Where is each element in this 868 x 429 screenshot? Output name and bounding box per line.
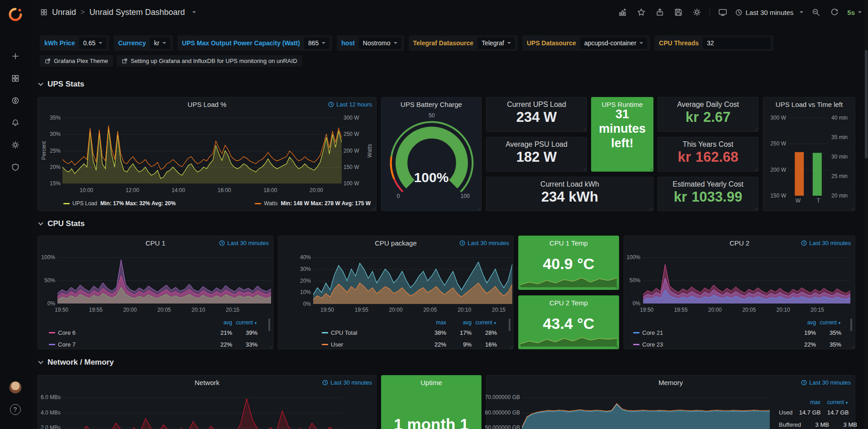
legend-col-header[interactable]: avg	[791, 319, 816, 326]
legend-col-header[interactable]: avg	[207, 319, 232, 326]
section-network-memory[interactable]: Network / Memory	[39, 357, 114, 368]
refresh-interval-picker[interactable]: 5s	[847, 9, 862, 16]
legend-header: avgcurrent	[633, 318, 841, 327]
sidebar-item-help[interactable]: ?	[6, 400, 24, 419]
cpu-package-chart[interactable]	[313, 257, 512, 304]
legend-col-header[interactable]: current	[816, 319, 841, 326]
panel-title[interactable]: UPS Load %	[38, 101, 376, 108]
panel-title[interactable]: Average Daily Cost	[658, 101, 758, 109]
section-ups-stats[interactable]: UPS Stats	[39, 79, 84, 90]
network-chart[interactable]	[62, 391, 342, 429]
sidebar-item-server-admin[interactable]	[6, 158, 24, 176]
legend-scrollbar[interactable]	[268, 318, 270, 331]
section-cpu-stats[interactable]: CPU Stats	[39, 218, 85, 229]
battery-gauge-chart[interactable]: 050100	[382, 108, 482, 206]
save-dashboard-button[interactable]	[672, 6, 684, 18]
legend-col-header[interactable]: max	[421, 319, 446, 326]
legend-item[interactable]: Watts Min: 148 W Max: 278 W Avg: 175 W	[255, 200, 371, 207]
variables-bar: kWh Price 0.65 Currency kr UPS Max Outpu…	[40, 35, 773, 51]
stat-value: kr162.68	[658, 149, 758, 165]
legend-row: Core 7 22%33%	[49, 338, 258, 350]
variable-value: 865	[308, 39, 319, 47]
plot-area	[313, 257, 512, 304]
tick-label: 300 W	[770, 114, 786, 121]
time-range-badge[interactable]: Last 30 minutes	[322, 379, 372, 386]
legend-row: Core 23 22%35%	[633, 338, 841, 350]
legend-col-header[interactable]: avg	[446, 319, 472, 326]
series-name[interactable]: Used	[779, 409, 792, 416]
time-range-badge[interactable]: Last 30 minutes	[801, 240, 851, 246]
cycle-view-button[interactable]	[717, 6, 729, 18]
badge-label: Last 30 minutes	[809, 379, 851, 386]
ups-bars-chart[interactable]	[788, 118, 829, 196]
series-name[interactable]: Core 7	[58, 341, 76, 348]
series-name[interactable]: Core 23	[642, 341, 663, 348]
sidebar-item-dashboards[interactable]	[6, 69, 24, 87]
time-range-badge[interactable]: Last 30 minutes	[459, 240, 509, 246]
clock-icon	[735, 9, 742, 16]
chevron-down-icon	[800, 11, 803, 13]
legend-item[interactable]: UPS Load Min: 17% Max: 32% Avg: 20%	[63, 200, 176, 207]
panel-title[interactable]: CPU 1 Temp	[519, 239, 619, 247]
cpu1-chart[interactable]	[57, 257, 271, 304]
panel-title[interactable]: CPU 2 Temp	[519, 299, 619, 307]
memory-chart[interactable]	[522, 391, 770, 429]
series-name[interactable]: CPU Total	[331, 329, 357, 336]
dashboard-link[interactable]: Grafana Plex Theme	[40, 55, 113, 67]
variable-value-dropdown[interactable]: Nostromo	[359, 37, 401, 49]
time-range-badge[interactable]: Last 12 hours	[328, 101, 372, 108]
series-name[interactable]: User	[331, 341, 343, 348]
variable-value-dropdown[interactable]: 0.65	[79, 37, 106, 49]
dashboard-link[interactable]: Setting up Grafana and InfluxDB for UPS …	[117, 55, 302, 67]
panel-current-load-kwh: Current Load kWh 234 kWh	[486, 177, 653, 211]
panel-title[interactable]: Average PSU Load	[486, 140, 587, 149]
panel-title[interactable]: Memory	[486, 379, 855, 386]
user-avatar[interactable]	[6, 378, 24, 396]
legend-col-header[interactable]: current	[232, 319, 258, 326]
ups-load-chart[interactable]	[62, 118, 342, 183]
variable-value-dropdown[interactable]: Telegraf	[477, 37, 515, 49]
share-dashboard-button[interactable]	[654, 6, 666, 18]
sidebar-item-alerting[interactable]	[6, 114, 24, 132]
legend-col-header[interactable]: current	[820, 399, 849, 405]
y-axis-left: 40%30%20%10%0%	[292, 254, 311, 308]
tick-label: 20:15	[217, 307, 248, 314]
panel-title[interactable]: Uptime	[382, 379, 481, 386]
sidebar-item-configuration[interactable]	[6, 136, 24, 154]
zoom-out-button[interactable]	[810, 6, 822, 18]
panel-title[interactable]: This Years Cost	[658, 140, 758, 149]
tick-label: 20:15	[483, 307, 515, 314]
star-dashboard-button[interactable]	[635, 6, 647, 18]
variable-value-dropdown[interactable]: 865	[304, 37, 329, 49]
refresh-button[interactable]	[829, 6, 840, 18]
time-range-picker[interactable]: Last 30 minutes	[735, 9, 803, 16]
series-name[interactable]: Core 21	[642, 329, 663, 336]
variable-value-dropdown[interactable]: apcupsd-container	[580, 37, 647, 49]
legend-col-header[interactable]: max	[792, 399, 820, 405]
legend-row: Used 14.7 GB14.7 GB	[776, 406, 849, 419]
panel-title[interactable]: Estimated Yearly Cost	[658, 180, 758, 188]
panel-title[interactable]: Current Load kWh	[486, 180, 653, 188]
panel-title[interactable]: Current UPS Load	[486, 101, 587, 109]
variable-value-dropdown[interactable]: 32	[703, 37, 771, 49]
time-range-badge[interactable]: Last 30 minutes	[219, 240, 269, 246]
add-panel-button[interactable]	[617, 6, 629, 18]
legend-scrollbar[interactable]	[509, 318, 510, 331]
dashboard-title[interactable]: Unraid System Dashboard	[89, 8, 185, 17]
series-name[interactable]: Core 6	[58, 329, 76, 336]
panel-title[interactable]: UPS Load vs Time left	[763, 101, 855, 108]
grafana-logo[interactable]	[6, 5, 24, 24]
breadcrumb-org[interactable]: Unraid	[52, 8, 76, 17]
panel-title[interactable]: UPS Battery Charge	[382, 101, 481, 108]
sidebar-item-explore[interactable]	[6, 92, 24, 110]
cpu2-chart[interactable]	[643, 257, 850, 304]
tick-label: 19:50	[46, 307, 77, 314]
legend-col-header[interactable]: current	[472, 319, 497, 326]
dashboard-settings-button[interactable]	[691, 6, 703, 18]
legend-scrollbar[interactable]	[850, 318, 852, 331]
series-name[interactable]: Buffered	[779, 421, 801, 428]
time-range-badge[interactable]: Last 30 minutes	[801, 379, 851, 386]
variable-value-dropdown[interactable]: kr	[150, 37, 170, 49]
sidebar-item-create[interactable]	[6, 47, 24, 65]
scrollbar-thumb[interactable]	[865, 50, 868, 159]
